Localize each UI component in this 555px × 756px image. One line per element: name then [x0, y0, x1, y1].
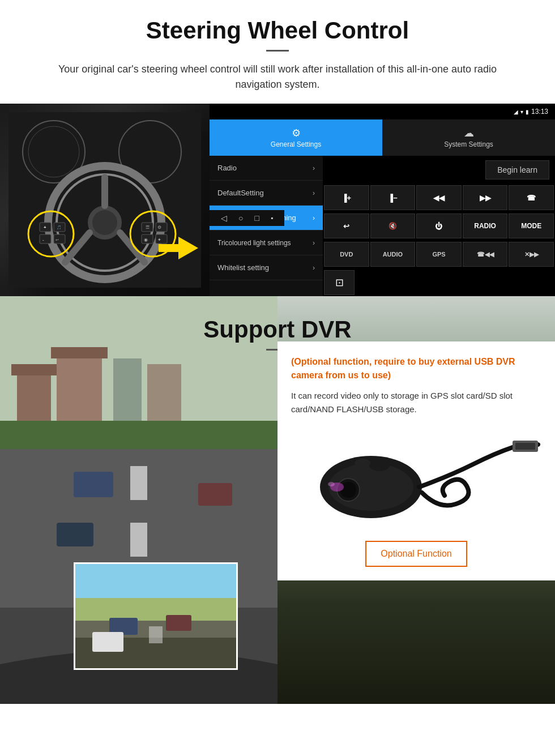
svg-rect-34 [57, 353, 102, 426]
dvr-section: Support DVR [0, 296, 555, 704]
svg-rect-41 [130, 523, 147, 557]
status-icons: ◢ ▾ ▮ 13:13 [514, 108, 548, 116]
svg-rect-40 [130, 466, 147, 500]
chevron-right-icon: › [313, 189, 315, 197]
control-grid-row3: DVD AUDIO GPS ☎◀◀ ✕▶▶ [323, 241, 555, 268]
svg-rect-45 [198, 483, 232, 506]
mode-button[interactable]: MODE [509, 213, 554, 238]
svg-text:↩: ↩ [56, 238, 59, 242]
dvd-button[interactable]: DVD [324, 242, 369, 267]
vol-up-button[interactable]: ▐+ [324, 185, 369, 210]
svg-rect-30 [159, 244, 180, 252]
begin-learn-row: Begin learn [323, 156, 555, 184]
settings-tabs: ⚙ General Settings ☁ System Settings [210, 119, 555, 156]
gps-button[interactable]: GPS [416, 242, 462, 267]
mute-next-button[interactable]: ✕▶▶ [509, 242, 554, 267]
nav-home[interactable]: ○ [238, 213, 243, 223]
battery-icon: ▮ [526, 109, 529, 115]
steering-wheel-svg: + 🎵 - ↩ ☰ ⚙ ◉ ✦ [8, 112, 201, 288]
clock: 13:13 [531, 108, 548, 116]
svg-point-60 [369, 460, 390, 471]
svg-text:🎵: 🎵 [57, 225, 62, 230]
control-row4: ⊡ [323, 269, 555, 296]
menu-default-label: DefaultSetting [217, 189, 264, 197]
menu-list: Radio › DefaultSetting › Steering Wheel … [210, 156, 323, 296]
control-grid-row1: ▐+ ▐− ◀◀ ▶▶ ☎ [323, 184, 555, 211]
dvr-thumbnail [74, 562, 238, 670]
page-subtitle: Your original car's steering wheel contr… [34, 62, 521, 92]
radio-button[interactable]: RADIO [463, 213, 508, 238]
svg-point-61 [355, 459, 370, 468]
svg-rect-37 [147, 364, 181, 426]
phone-prev-button[interactable]: ☎◀◀ [463, 242, 508, 267]
main-content: Radio › DefaultSetting › Steering Wheel … [210, 156, 555, 296]
title-divider [266, 50, 289, 52]
dvr-info-text: It can record video only to storage in G… [291, 389, 541, 416]
control-grid-row2: ↩ 🔇 ⏻ RADIO MODE [323, 212, 555, 240]
menu-tricoloured-label: Tricoloured light settings [217, 239, 291, 247]
svg-rect-32 [17, 370, 51, 426]
begin-learn-button[interactable]: Begin learn [485, 160, 549, 180]
tab-general[interactable]: ⚙ General Settings [210, 119, 382, 156]
svg-point-59 [340, 482, 356, 498]
dvr-button[interactable]: ⊡ [324, 270, 355, 295]
audio-button[interactable]: AUDIO [370, 242, 416, 267]
power-button[interactable]: ⏻ [416, 213, 462, 238]
svg-rect-14 [40, 234, 51, 244]
svg-text:⚙: ⚙ [157, 225, 161, 230]
nav-back[interactable]: ◁ [221, 213, 227, 223]
svg-rect-36 [113, 358, 142, 426]
system-icon: ☁ [464, 127, 474, 139]
svg-rect-48 [75, 564, 236, 604]
svg-rect-46 [57, 523, 93, 546]
prev-track-button[interactable]: ◀◀ [416, 185, 462, 210]
svg-rect-52 [149, 626, 163, 643]
svg-rect-44 [74, 472, 113, 497]
nav-recent[interactable]: □ [254, 213, 259, 223]
chevron-right-icon: › [313, 239, 315, 247]
menu-item-radio[interactable]: Radio › [210, 156, 323, 181]
signal-icon: ◢ [514, 109, 518, 115]
menu-item-default[interactable]: DefaultSetting › [210, 181, 323, 206]
phone-button[interactable]: ☎ [509, 185, 554, 210]
control-panel: Begin learn ▐+ ▐− ◀◀ ▶▶ ☎ ↩ 🔇 ⏻ [323, 156, 555, 296]
steering-wheel-image: + 🎵 - ↩ ☰ ⚙ ◉ ✦ [0, 104, 210, 296]
wifi-icon: ▾ [520, 109, 523, 115]
chevron-right-icon: › [313, 264, 315, 272]
dvr-info-card: (Optional function, require to buy exter… [278, 341, 555, 580]
android-panel: ◁ ○ □ ▪ ◢ ▾ ▮ 13:13 ⚙ General Settings [210, 104, 555, 296]
menu-radio-label: Radio [217, 164, 237, 172]
header-section: Steering Wheel Control Your original car… [0, 0, 555, 104]
vol-down-button[interactable]: ▐− [370, 185, 416, 210]
tab-system-label: System Settings [444, 140, 493, 148]
optional-function-button[interactable]: Optional Function [365, 541, 467, 567]
nav-menu[interactable]: ▪ [271, 214, 273, 222]
svg-text:-: - [42, 237, 44, 242]
page-title: Steering Wheel Control [34, 17, 521, 44]
thumbnail-svg [75, 564, 236, 668]
svg-rect-63 [515, 443, 535, 450]
dvr-title: Support DVR [0, 316, 555, 343]
svg-point-7 [92, 210, 117, 235]
svg-text:✦: ✦ [157, 237, 161, 242]
back-button[interactable]: ↩ [324, 213, 369, 238]
steering-ui-section: + 🎵 - ↩ ☰ ⚙ ◉ ✦ [0, 104, 555, 296]
dvr-camera-image [291, 428, 541, 529]
svg-rect-33 [11, 364, 57, 375]
camera-device-svg [292, 430, 541, 527]
next-track-button[interactable]: ▶▶ [463, 185, 508, 210]
tab-general-label: General Settings [271, 140, 321, 148]
svg-text:◉: ◉ [144, 237, 148, 242]
svg-point-65 [328, 482, 335, 486]
android-statusbar: ◁ ○ □ ▪ ◢ ▾ ▮ 13:13 [210, 104, 555, 119]
mute-button[interactable]: 🔇 [370, 213, 416, 238]
steering-wheel-section: Steering Wheel Control Your original car… [0, 0, 555, 296]
menu-whitelist-label: Whitelist setting [217, 263, 269, 272]
svg-rect-54 [166, 615, 191, 631]
svg-text:+: + [44, 225, 46, 230]
gear-icon: ⚙ [292, 127, 301, 139]
menu-item-tricoloured[interactable]: Tricoloured light settings › [210, 230, 323, 255]
menu-item-whitelist[interactable]: Whitelist setting › [210, 255, 323, 280]
chevron-right-icon: › [313, 164, 315, 172]
tab-system[interactable]: ☁ System Settings [382, 119, 555, 156]
